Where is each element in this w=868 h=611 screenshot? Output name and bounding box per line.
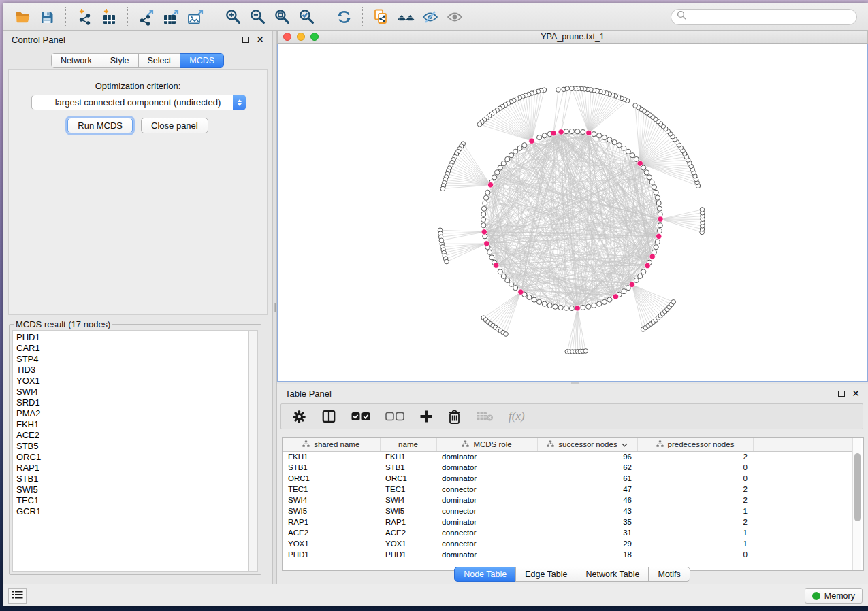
float-panel-icon[interactable]	[242, 37, 249, 43]
table-row[interactable]: SWI5SWI5connector431	[283, 506, 853, 516]
tab-edge-table[interactable]: Edge Table	[515, 567, 577, 582]
table-row[interactable]: TEC1TEC1connector472	[283, 484, 853, 495]
node-table[interactable]: shared namenameMCDS rolesuccessor nodesp…	[283, 438, 853, 560]
result-item[interactable]: YOX1	[16, 376, 248, 386]
table-row[interactable]: PHD1PHD1dominator180	[283, 549, 853, 560]
float-panel-icon[interactable]	[838, 391, 845, 397]
tab-node-table[interactable]: Node Table	[454, 567, 516, 582]
tab-motifs[interactable]: Motifs	[648, 567, 690, 582]
close-panel-icon[interactable]: ✕	[256, 36, 264, 43]
column-header-predecessor-nodes[interactable]: predecessor nodes	[637, 438, 753, 451]
scrollbar-thumb[interactable]	[854, 453, 861, 521]
result-item[interactable]: RAP1	[16, 463, 248, 474]
result-item[interactable]: PMA2	[16, 408, 248, 419]
ring-node	[654, 245, 658, 250]
deselect-all-checks-icon[interactable]	[385, 412, 404, 421]
result-item[interactable]: STB5	[16, 441, 248, 452]
table-row[interactable]: ORC1ORC1dominator610	[283, 473, 853, 484]
result-item[interactable]: ORC1	[16, 452, 248, 463]
column-header-name[interactable]: name	[380, 438, 436, 451]
export-table-button[interactable]	[159, 7, 183, 27]
table-row[interactable]: FKH1FKH1dominator962	[283, 451, 853, 462]
result-item[interactable]: PHD1	[16, 332, 248, 343]
result-item[interactable]: ACE2	[16, 430, 248, 441]
run-mcds-button[interactable]: Run MCDS	[67, 118, 133, 133]
ring-node	[532, 297, 536, 302]
function-builder-icon[interactable]: f(x)	[509, 410, 525, 423]
open-session-button[interactable]	[10, 7, 35, 27]
search-icon	[677, 10, 687, 23]
result-item[interactable]: SWI4	[16, 386, 248, 397]
memory-button[interactable]: Memory	[805, 588, 863, 604]
ring-node	[485, 190, 490, 195]
delete-rows-trash-icon[interactable]	[448, 410, 461, 424]
mcds-node	[656, 233, 661, 239]
network-canvas[interactable]	[277, 44, 868, 382]
tab-style[interactable]: Style	[101, 53, 139, 68]
tab-select[interactable]: Select	[138, 53, 181, 68]
show-column-icon[interactable]	[321, 409, 336, 424]
result-list-scrollbar[interactable]	[248, 330, 258, 572]
table-scrollbar[interactable]	[852, 438, 861, 570]
delete-table-icon[interactable]	[476, 411, 494, 422]
table-row[interactable]: RAP1RAP1dominator352	[283, 516, 853, 527]
zoom-out-button[interactable]	[245, 7, 270, 27]
new-network-from-selection-button[interactable]	[369, 7, 393, 27]
ring-node	[602, 299, 607, 304]
result-item[interactable]: TID3	[16, 365, 248, 376]
zoom-in-button[interactable]	[221, 7, 245, 27]
criterion-select[interactable]: largest connected component (undirected)	[31, 95, 246, 110]
table-row[interactable]: ACE2ACE2connector311	[283, 527, 853, 538]
tab-network-table[interactable]: Network Table	[577, 567, 649, 582]
tab-network[interactable]: Network	[51, 53, 101, 68]
ring-node	[558, 305, 563, 310]
first-neighbors-button[interactable]	[393, 7, 418, 27]
close-panel-button[interactable]: Close panel	[141, 118, 208, 133]
result-item[interactable]: STB1	[16, 474, 248, 484]
result-item[interactable]: FKH1	[16, 419, 248, 430]
ring-node	[607, 297, 612, 302]
table-row[interactable]: YOX1YOX1connector291	[283, 538, 853, 549]
table-row[interactable]: SWI4SWI4dominator462	[283, 495, 853, 506]
mcds-result-list[interactable]: PHD1CAR1STP4TID3YOX1SWI4SRD1PMA2FKH1ACE2…	[12, 330, 248, 572]
tab-mcds[interactable]: MCDS	[180, 53, 224, 68]
result-item[interactable]: GCR1	[16, 506, 248, 517]
show-all-button[interactable]	[443, 7, 467, 27]
select-all-checks-icon[interactable]	[351, 412, 370, 421]
zoom-selected-button[interactable]	[294, 7, 319, 27]
export-network-button[interactable]	[134, 7, 159, 27]
table-options-gear-icon[interactable]	[292, 410, 306, 424]
result-item[interactable]: SWI5	[16, 484, 248, 495]
column-header-shared-name[interactable]: shared name	[283, 438, 380, 451]
ring-node	[501, 161, 506, 166]
result-item[interactable]: SRD1	[16, 397, 248, 408]
table-row[interactable]: STB1STB1dominator620	[283, 462, 853, 473]
ring-node	[501, 274, 506, 278]
task-history-button[interactable]	[8, 588, 27, 604]
apply-layout-button[interactable]	[332, 7, 356, 27]
result-item[interactable]: STP4	[16, 354, 248, 365]
add-row-plus-icon[interactable]	[419, 410, 433, 423]
search-input[interactable]	[690, 12, 856, 22]
result-item[interactable]: CAR1	[16, 343, 248, 354]
leaf-node	[439, 238, 444, 243]
import-table-icon	[101, 8, 118, 26]
export-image-button[interactable]	[183, 7, 208, 27]
toolbar-separator	[127, 7, 128, 27]
save-session-button[interactable]	[35, 7, 59, 27]
result-item[interactable]: TEC1	[16, 495, 248, 506]
ring-node	[481, 212, 486, 216]
ring-node	[597, 301, 602, 306]
zoom-fit-button[interactable]	[270, 7, 294, 27]
splitter-grip[interactable]	[274, 303, 276, 312]
ring-node	[592, 303, 596, 308]
import-network-button[interactable]	[72, 7, 97, 27]
vertical-splitter[interactable]	[272, 31, 277, 584]
import-table-button[interactable]	[97, 7, 121, 27]
column-header-MCDS-role[interactable]: MCDS role	[436, 438, 537, 451]
column-header-successor-nodes[interactable]: successor nodes	[537, 438, 637, 451]
hide-selected-button[interactable]	[418, 7, 443, 27]
close-panel-icon[interactable]: ✕	[852, 390, 860, 397]
network-graph[interactable]	[278, 44, 867, 381]
leaf-node	[504, 332, 509, 337]
